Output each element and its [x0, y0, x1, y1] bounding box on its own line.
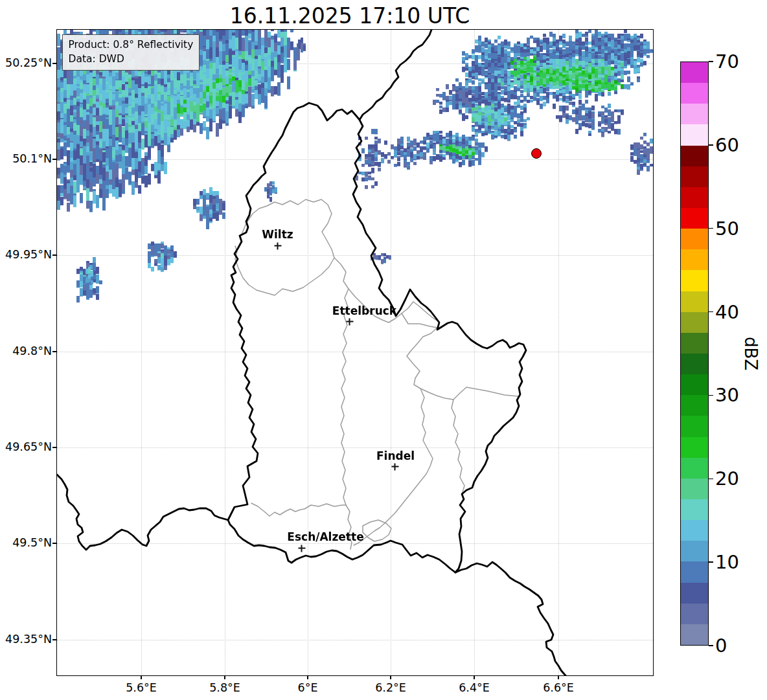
- district-border: [452, 400, 464, 494]
- x-tick-label: 6°E: [298, 681, 318, 694]
- colorbar-segment: [681, 499, 708, 521]
- country-border: [360, 30, 431, 120]
- colorbar-axis-label: dBZ: [740, 333, 761, 374]
- colorbar-segment: [681, 582, 708, 604]
- product-info-box: Product: 0.8° Reflectivity Data: DWD: [62, 34, 200, 71]
- y-tick-label: 49.35°N: [0, 633, 52, 646]
- colorbar-segment: [681, 354, 708, 375]
- map-panel: WiltzEttelbruckFindelEsch/Alzette Produc…: [56, 29, 654, 676]
- y-tick-label: 49.8°N: [0, 344, 52, 357]
- colorbar-segment: [681, 145, 708, 166]
- y-tick-label: 50.25°N: [0, 56, 52, 69]
- colorbar-segment: [681, 416, 708, 437]
- colorbar-tick-mark: [709, 311, 713, 312]
- y-tick-mark: [52, 63, 56, 63]
- colorbar-segment: [681, 270, 708, 291]
- colorbar-segment: [681, 395, 708, 416]
- country-border: [57, 475, 228, 550]
- colorbar: [680, 62, 709, 646]
- city-label: Esch/Alzette: [287, 530, 363, 543]
- x-tick-mark: [141, 675, 141, 679]
- colorbar-tick-label: 20: [715, 468, 739, 490]
- city-label: Ettelbruck: [332, 304, 396, 317]
- y-tick-mark: [52, 159, 56, 159]
- city-plus-marker: [274, 242, 281, 249]
- colorbar-tick-mark: [709, 144, 713, 145]
- data-source-line: Data: DWD: [69, 52, 194, 66]
- colorbar-tick-mark: [709, 395, 713, 396]
- x-tick-mark: [307, 675, 308, 679]
- colorbar-segment: [681, 541, 708, 562]
- colorbar-segment: [681, 603, 708, 624]
- colorbar-tick-mark: [709, 645, 713, 646]
- colorbar-tick-mark: [709, 61, 713, 62]
- colorbar-tick-label: 40: [715, 301, 739, 323]
- radar-map-page: 16.11.2025 17:10 UTC WiltzEttelbruckFind…: [0, 0, 767, 700]
- district-border: [251, 503, 346, 516]
- colorbar-segment: [681, 83, 708, 104]
- colorbar-tick-mark: [709, 228, 713, 229]
- colorbar-segment: [681, 374, 708, 396]
- y-tick-mark: [52, 254, 56, 255]
- colorbar-segment: [681, 249, 708, 271]
- radar-site-marker: [531, 148, 542, 159]
- colorbar-segment: [681, 124, 708, 146]
- city-label: Wiltz: [262, 228, 293, 241]
- x-tick-mark: [224, 675, 225, 679]
- colorbar-tick-mark: [709, 479, 713, 479]
- x-tick-label: 6.2°E: [375, 681, 406, 694]
- colorbar-segment: [681, 311, 708, 333]
- colorbar-segment: [681, 332, 708, 354]
- y-tick-label: 49.95°N: [0, 248, 52, 261]
- y-tick-mark: [52, 447, 56, 447]
- border-layer: [57, 30, 653, 675]
- y-tick-label: 49.65°N: [0, 440, 52, 453]
- page-title: 16.11.2025 17:10 UTC: [0, 3, 700, 28]
- product-line: Product: 0.8° Reflectivity: [69, 38, 194, 52]
- colorbar-segment: [681, 520, 708, 541]
- colorbar-tick-label: 30: [715, 384, 739, 406]
- colorbar-segment: [681, 291, 708, 312]
- colorbar-segment: [681, 624, 708, 645]
- colorbar-tick-label: 50: [715, 218, 739, 240]
- colorbar-segment: [681, 436, 708, 458]
- country-border: [228, 103, 526, 572]
- colorbar-segment: [681, 478, 708, 499]
- colorbar-segment: [681, 561, 708, 583]
- x-tick-mark: [558, 675, 558, 679]
- city-label: Findel: [376, 449, 415, 462]
- city-plus-marker: [391, 463, 398, 470]
- city-plus-marker: [346, 318, 353, 325]
- colorbar-segment: [681, 104, 708, 125]
- district-border: [363, 520, 391, 541]
- colorbar-segment: [681, 186, 708, 208]
- y-tick-mark: [52, 543, 56, 543]
- y-tick-mark: [52, 639, 56, 640]
- colorbar-tick-label: 0: [715, 635, 727, 657]
- y-tick-label: 50.1°N: [0, 152, 52, 165]
- colorbar-segment: [681, 457, 708, 479]
- colorbar-segment: [681, 166, 708, 187]
- country-border: [455, 562, 566, 675]
- x-tick-label: 5.8°E: [209, 681, 240, 694]
- colorbar-tick-mark: [709, 561, 713, 562]
- colorbar-segment: [681, 62, 708, 84]
- colorbar-tick-label: 70: [715, 51, 739, 73]
- x-tick-mark: [474, 675, 474, 679]
- y-tick-label: 49.5°N: [0, 536, 52, 549]
- x-tick-label: 6.4°E: [459, 681, 490, 694]
- x-tick-mark: [390, 675, 391, 679]
- colorbar-segment: [681, 208, 708, 229]
- y-tick-mark: [52, 351, 56, 352]
- x-tick-label: 6.6°E: [543, 681, 574, 694]
- colorbar-tick-label: 60: [715, 134, 739, 156]
- city-plus-marker: [298, 545, 305, 552]
- x-tick-label: 5.6°E: [126, 681, 157, 694]
- colorbar-segment: [681, 229, 708, 250]
- colorbar-tick-label: 10: [715, 551, 739, 573]
